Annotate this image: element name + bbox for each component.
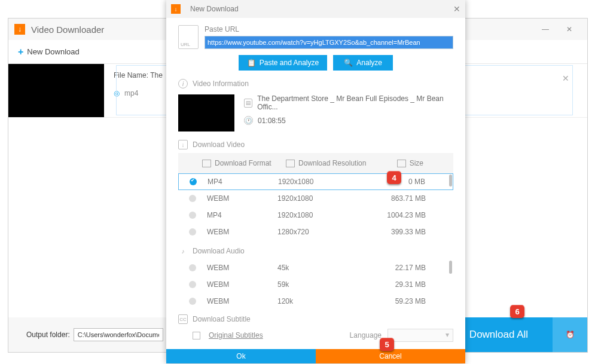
file-close-icon[interactable]: ✕	[562, 74, 569, 83]
original-sub-checkbox[interactable]	[193, 332, 200, 339]
row-size: 1004.23 MB	[373, 211, 435, 219]
row-resolution: 1920x1080	[277, 211, 373, 219]
resolution-icon	[286, 160, 295, 167]
audio-row[interactable]: WEBM120k59.23 MB	[178, 293, 453, 310]
video-info-header: i Video Information	[178, 79, 453, 88]
dialog-titlebar: ↓ New Download ✕	[166, 0, 465, 18]
radio-icon[interactable]	[189, 195, 196, 202]
radio-icon[interactable]	[189, 212, 196, 219]
output-folder-input[interactable]	[74, 328, 163, 341]
file-icon: ▤	[244, 99, 252, 108]
analyze-button[interactable]: 🔍 Analyze	[333, 55, 393, 71]
language-select[interactable]: ▾	[388, 329, 453, 342]
video-scrollbar[interactable]	[449, 175, 452, 186]
new-download-dialog: ↓ New Download ✕ Paste URL 📋 Paste and A…	[166, 0, 465, 363]
analyze-row: 📋 Paste and Analyze 🔍 Analyze	[178, 55, 453, 71]
radio-icon[interactable]	[189, 228, 196, 235]
download-subtitle-header: CC Download Subtitle	[178, 314, 453, 324]
video-info-row: ▤ The Department Store _ Mr Bean Full Ep…	[178, 94, 453, 131]
radio-icon[interactable]	[189, 264, 196, 271]
download-video-icon: ↓	[178, 140, 188, 149]
video-row[interactable]: MP41920x10801004.23 MB	[178, 207, 453, 224]
row-resolution: 45k	[277, 264, 373, 272]
cancel-button[interactable]: Cancel	[316, 349, 465, 363]
row-format: WEBM	[207, 194, 277, 203]
music-note-icon: ♪	[178, 246, 188, 256]
subtitle-row: Original Subtitles Language ▾	[178, 329, 453, 342]
video-grid: Download Format Download Resolution Size…	[178, 153, 453, 240]
row-resolution: 1280x720	[277, 228, 373, 236]
paste-url-label: Paste URL	[205, 25, 453, 33]
url-input[interactable]	[205, 36, 453, 49]
clock-icon: ⏰	[566, 331, 575, 339]
size-icon	[397, 160, 406, 167]
dialog-footer: Ok Cancel	[166, 349, 465, 363]
audio-row[interactable]: WEBM45k22.17 MB	[178, 259, 453, 276]
step-badge-6: 6	[510, 305, 524, 318]
row-format: WEBM	[207, 264, 277, 272]
chevron-down-icon: ▾	[446, 331, 449, 339]
clipboard-search-icon: 📋	[247, 59, 256, 67]
video-title: The Department Store _ Mr Bean Full Epis…	[257, 94, 453, 111]
plus-icon: +	[18, 47, 23, 57]
download-audio-header: ♪ Download Audio	[178, 246, 453, 256]
minimize-button[interactable]: —	[533, 19, 557, 40]
row-size: 22.17 MB	[373, 264, 435, 272]
dialog-close-button[interactable]: ✕	[453, 4, 460, 14]
row-size: 399.33 MB	[373, 228, 435, 236]
row-format: WEBM	[207, 297, 277, 305]
close-main-button[interactable]: ✕	[557, 19, 581, 40]
video-thumbnail	[178, 94, 234, 131]
row-size: 0 MB	[374, 178, 435, 186]
info-icon: i	[178, 79, 188, 88]
video-row[interactable]: WEBM1920x1080863.71 MB	[178, 190, 453, 207]
row-resolution: 1920x1080	[277, 194, 373, 203]
cc-icon: CC	[178, 314, 188, 324]
row-format: MP4	[208, 178, 278, 186]
step-badge-4: 4	[387, 171, 401, 184]
row-format: WEBM	[207, 228, 277, 236]
audio-row[interactable]: WEBM59k29.31 MB	[178, 276, 453, 293]
radio-icon[interactable]	[189, 281, 196, 288]
video-duration: 01:08:55	[258, 117, 286, 125]
radio-icon[interactable]	[189, 298, 196, 305]
row-format: MP4	[207, 211, 277, 219]
audio-scrollbar[interactable]	[449, 261, 452, 274]
clock-icon: 🕐	[244, 116, 253, 125]
row-format: WEBM	[207, 280, 277, 289]
schedule-button[interactable]: ⏰	[553, 317, 587, 352]
row-resolution: 59k	[277, 280, 373, 289]
new-download-label: New Download	[27, 47, 79, 56]
row-size: 59.23 MB	[373, 297, 435, 305]
video-row[interactable]: WEBM1280x720399.33 MB	[178, 224, 453, 240]
search-icon: 🔍	[344, 59, 353, 67]
video-row[interactable]: MP41920x10800 MB	[178, 173, 453, 190]
radio-icon[interactable]	[190, 178, 197, 185]
language-label: Language	[350, 331, 382, 339]
row-size: 29.31 MB	[373, 280, 435, 289]
app-logo-icon: ↓	[14, 24, 25, 35]
dialog-title: New Download	[190, 5, 453, 13]
ok-button[interactable]: Ok	[166, 349, 316, 363]
dialog-body: Paste URL 📋 Paste and Analyze 🔍 Analyze …	[166, 18, 465, 349]
output-folder-label: Output folder:	[26, 331, 70, 339]
row-resolution: 120k	[277, 297, 373, 305]
download-video-header: ↓ Download Video	[178, 140, 453, 149]
step-badge-5: 5	[380, 338, 394, 351]
file-thumbnail	[8, 64, 104, 117]
new-download-button[interactable]: + New Download	[18, 47, 80, 57]
url-file-icon	[178, 25, 199, 49]
video-grid-head: Download Format Download Resolution Size	[178, 153, 453, 173]
audio-grid: WEBM45k22.17 MBWEBM59k29.31 MBWEBM120k59…	[178, 259, 453, 310]
original-sub-label[interactable]: Original Subtitles	[209, 331, 263, 339]
row-size: 863.71 MB	[373, 194, 435, 203]
paste-analyze-button[interactable]: 📋 Paste and Analyze	[239, 55, 327, 71]
format-icon	[202, 160, 211, 167]
url-section: Paste URL	[178, 25, 453, 49]
row-resolution: 1920x1080	[278, 178, 374, 186]
dialog-logo-icon: ↓	[171, 4, 181, 14]
